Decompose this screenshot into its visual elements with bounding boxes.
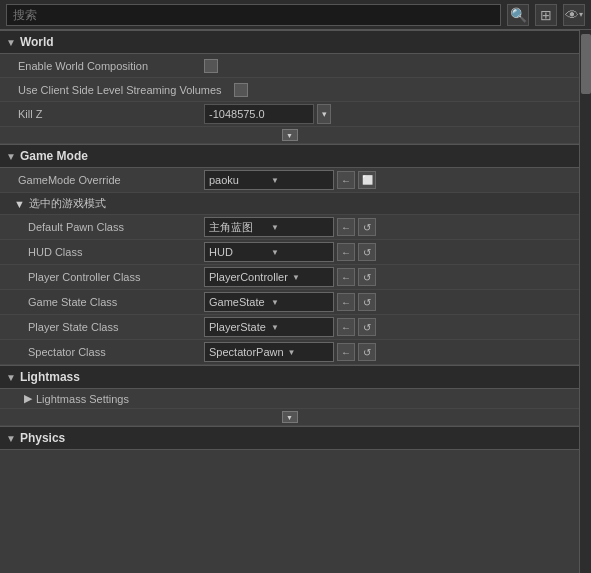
lightmass-collapse-row: ▼ — [0, 409, 579, 426]
killz-value: ▾ — [200, 102, 579, 126]
selected-gamemode-label: 选中的游戏模式 — [29, 196, 106, 211]
world-section-header[interactable]: ▼ World — [0, 30, 579, 54]
gamemode-section-title: Game Mode — [20, 149, 88, 163]
scrollbar[interactable] — [579, 30, 591, 573]
hud-dropdown-arrow: ▼ — [271, 248, 329, 257]
player-state-dropdown[interactable]: PlayerState ▼ — [204, 317, 334, 337]
default-pawn-value: 主角蓝图 ▼ ← ↺ — [200, 215, 579, 239]
gamemode-override-reset-icon[interactable]: ← — [337, 171, 355, 189]
player-state-value: PlayerState ▼ ← ↺ — [200, 315, 579, 339]
prop-row-default-pawn: Default Pawn Class 主角蓝图 ▼ ← ↺ — [0, 215, 579, 240]
prop-row-enable-world-composition: Enable World Composition — [0, 54, 579, 78]
search-input[interactable] — [6, 4, 501, 26]
gamemode-triangle-icon: ▼ — [6, 151, 16, 162]
prop-row-spectator: Spectator Class SpectatorPawn ▼ ← ↺ — [0, 340, 579, 365]
player-controller-search-icon[interactable]: ↺ — [358, 268, 376, 286]
hud-search-icon[interactable]: ↺ — [358, 243, 376, 261]
gamemode-override-value: paoku ▼ ← ⬜ — [200, 168, 579, 192]
spectator-label: Spectator Class — [0, 343, 200, 361]
gamemode-override-dropdown-arrow: ▼ — [271, 176, 329, 185]
physics-section-title: Physics — [20, 431, 65, 445]
prop-row-client-side: Use Client Side Level Streaming Volumes — [0, 78, 579, 102]
lightmass-collapse-btn[interactable]: ▼ — [282, 411, 298, 423]
selected-gamemode-triangle-icon: ▼ — [14, 198, 25, 210]
default-pawn-dropdown-arrow: ▼ — [271, 223, 329, 232]
prop-row-hud: HUD Class HUD ▼ ← ↺ — [0, 240, 579, 265]
hud-dropdown-text: HUD — [209, 246, 267, 258]
default-pawn-dropdown[interactable]: 主角蓝图 ▼ — [204, 217, 334, 237]
player-state-label: Player State Class — [0, 318, 200, 336]
gamemode-override-edit-icon[interactable]: ⬜ — [358, 171, 376, 189]
default-pawn-reset-icon[interactable]: ← — [337, 218, 355, 236]
enable-world-composition-value — [200, 57, 579, 75]
eye-icon[interactable]: 👁▾ — [563, 4, 585, 26]
player-controller-dropdown-text: PlayerController — [209, 271, 288, 283]
killz-arrow-icon[interactable]: ▾ — [317, 104, 331, 124]
grid-icon[interactable]: ⊞ — [535, 4, 557, 26]
default-pawn-label: Default Pawn Class — [0, 218, 200, 236]
player-controller-dropdown-arrow: ▼ — [292, 273, 329, 282]
prop-row-player-state: Player State Class PlayerState ▼ ← ↺ — [0, 315, 579, 340]
main-content: ▼ World Enable World Composition Use Cli… — [0, 30, 591, 573]
default-pawn-search-icon[interactable]: ↺ — [358, 218, 376, 236]
player-state-dropdown-text: PlayerState — [209, 321, 267, 333]
lightmass-section-header[interactable]: ▼ Lightmass — [0, 365, 579, 389]
player-controller-label: Player Controller Class — [0, 268, 200, 286]
game-state-dropdown[interactable]: GameState ▼ — [204, 292, 334, 312]
player-controller-dropdown[interactable]: PlayerController ▼ — [204, 267, 334, 287]
spectator-dropdown-arrow: ▼ — [288, 348, 329, 357]
player-state-search-icon[interactable]: ↺ — [358, 318, 376, 336]
world-collapse-btn[interactable]: ▼ — [282, 129, 298, 141]
player-controller-value: PlayerController ▼ ← ↺ — [200, 265, 579, 289]
search-icon[interactable]: 🔍 — [507, 4, 529, 26]
gamemode-override-dropdown-text: paoku — [209, 174, 267, 186]
physics-triangle-icon: ▼ — [6, 433, 16, 444]
top-bar: 🔍 ⊞ 👁▾ — [0, 0, 591, 30]
client-side-label: Use Client Side Level Streaming Volumes — [0, 81, 230, 99]
spectator-value: SpectatorPawn ▼ ← ↺ — [200, 340, 579, 364]
prop-row-killz: Kill Z ▾ — [0, 102, 579, 127]
hud-label: HUD Class — [0, 243, 200, 261]
prop-row-game-state: Game State Class GameState ▼ ← ↺ — [0, 290, 579, 315]
hud-value: HUD ▼ ← ↺ — [200, 240, 579, 264]
player-state-dropdown-arrow: ▼ — [271, 323, 329, 332]
prop-row-gamemode-override: GameMode Override paoku ▼ ← ⬜ — [0, 168, 579, 193]
spectator-reset-icon[interactable]: ← — [337, 343, 355, 361]
spectator-search-icon[interactable]: ↺ — [358, 343, 376, 361]
game-state-search-icon[interactable]: ↺ — [358, 293, 376, 311]
physics-section-header[interactable]: ▼ Physics — [0, 426, 579, 450]
hud-dropdown[interactable]: HUD ▼ — [204, 242, 334, 262]
game-state-label: Game State Class — [0, 293, 200, 311]
eye-chevron-icon: ▾ — [579, 10, 583, 19]
scrollbar-thumb[interactable] — [581, 34, 591, 94]
properties-panel: ▼ World Enable World Composition Use Cli… — [0, 30, 579, 573]
world-triangle-icon: ▼ — [6, 37, 16, 48]
enable-world-composition-checkbox[interactable] — [204, 59, 218, 73]
player-state-reset-icon[interactable]: ← — [337, 318, 355, 336]
client-side-value — [230, 81, 579, 99]
game-state-reset-icon[interactable]: ← — [337, 293, 355, 311]
player-controller-reset-icon[interactable]: ← — [337, 268, 355, 286]
spectator-dropdown-text: SpectatorPawn — [209, 346, 284, 358]
prop-row-player-controller: Player Controller Class PlayerController… — [0, 265, 579, 290]
lightmass-settings-triangle-icon: ▶ — [24, 392, 32, 405]
selected-gamemode-header[interactable]: ▼ 选中的游戏模式 — [0, 193, 579, 215]
gamemode-section-header[interactable]: ▼ Game Mode — [0, 144, 579, 168]
enable-world-composition-label: Enable World Composition — [0, 57, 200, 75]
killz-input[interactable] — [204, 104, 314, 124]
lightmass-settings-label: Lightmass Settings — [36, 393, 129, 405]
world-collapse-row: ▼ — [0, 127, 579, 144]
hud-reset-icon[interactable]: ← — [337, 243, 355, 261]
lightmass-settings-item[interactable]: ▶ Lightmass Settings — [0, 389, 579, 409]
game-state-value: GameState ▼ ← ↺ — [200, 290, 579, 314]
lightmass-triangle-icon: ▼ — [6, 372, 16, 383]
game-state-dropdown-arrow: ▼ — [271, 298, 329, 307]
lightmass-section-title: Lightmass — [20, 370, 80, 384]
client-side-checkbox[interactable] — [234, 83, 248, 97]
killz-label: Kill Z — [0, 105, 200, 123]
game-state-dropdown-text: GameState — [209, 296, 267, 308]
world-section-title: World — [20, 35, 54, 49]
spectator-dropdown[interactable]: SpectatorPawn ▼ — [204, 342, 334, 362]
gamemode-override-label: GameMode Override — [0, 171, 200, 189]
gamemode-override-dropdown[interactable]: paoku ▼ — [204, 170, 334, 190]
